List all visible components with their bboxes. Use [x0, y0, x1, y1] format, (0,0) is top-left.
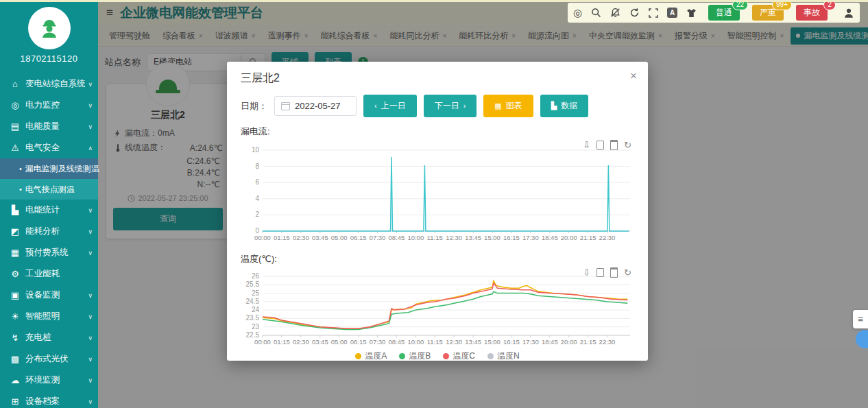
svg-text:8: 8: [255, 163, 259, 170]
svg-text:20:00: 20:00: [561, 338, 577, 346]
electrical-safety-icon: ⚠: [10, 143, 21, 153]
sidebar-item-设备监测[interactable]: ▣设备监测∨: [0, 285, 98, 306]
device-archive-icon: ⊞: [10, 396, 21, 407]
svg-text:4: 4: [255, 195, 259, 202]
chevron-down-icon: ∨: [88, 207, 93, 214]
alarm-badge-严重[interactable]: 严重99+: [752, 5, 784, 21]
user-avatar[interactable]: [28, 7, 71, 49]
chevron-down-icon: ∨: [88, 81, 93, 88]
sidebar-item-label: 能耗分析: [25, 226, 85, 237]
data-view-button[interactable]: ▙ 数据: [540, 95, 588, 117]
notifications-muted-icon[interactable]: [610, 8, 620, 18]
legend-dot-icon: [487, 353, 494, 359]
legend-item-温度A[interactable]: 温度A: [355, 350, 387, 362]
svg-text:6: 6: [255, 178, 259, 186]
sidebar-item-电能统计[interactable]: ▙电能统计∨: [0, 200, 98, 221]
svg-text:10: 10: [252, 146, 260, 154]
chevron-down-icon: ∨: [88, 377, 93, 384]
download-icon[interactable]: ⇩: [583, 268, 590, 277]
list-icon: ≡: [858, 314, 863, 324]
sidebar-item-工业能耗[interactable]: ⚙工业能耗: [0, 263, 98, 285]
next-day-button[interactable]: 下一日 ›: [424, 95, 477, 117]
data-zoom-icon[interactable]: [596, 141, 604, 149]
legend-label: 温度B: [409, 350, 431, 362]
legend-item-温度C[interactable]: 温度C: [443, 350, 475, 362]
zoom-reset-icon[interactable]: [610, 140, 618, 150]
chevron-right-icon: ›: [463, 102, 466, 110]
engineer-avatar-icon: [37, 16, 62, 40]
svg-text:15:00: 15:00: [484, 338, 501, 346]
sidebar-item-电能质量[interactable]: ▤电能质量∨: [0, 116, 98, 137]
theme-icon[interactable]: [686, 8, 697, 18]
sidebar-subitem-漏电监测及线缆测温[interactable]: •漏电监测及线缆测温: [0, 158, 98, 179]
legend-label: 温度C: [453, 350, 475, 362]
svg-text:26: 26: [252, 272, 260, 280]
sidebar-item-电气安全[interactable]: ⚠电气安全∧: [0, 137, 98, 158]
sidebar-item-变电站综自系统[interactable]: ⌂变电站综自系统∨: [0, 73, 98, 95]
smart-lighting-icon: ☀: [10, 311, 21, 322]
fullscreen-icon[interactable]: [649, 8, 658, 18]
sidebar-item-充电桩[interactable]: ↯充电桩∨: [0, 327, 98, 348]
bullet-icon: •: [19, 165, 22, 173]
chart-view-button[interactable]: ▦ 图表: [483, 95, 533, 117]
sidebar-subitem-电气接点测温[interactable]: •电气接点测温: [0, 179, 98, 200]
device-monitor-icon: ▣: [10, 290, 21, 300]
alarm-badge-事故[interactable]: 事故2: [796, 5, 828, 21]
svg-text:03:45: 03:45: [312, 338, 328, 346]
svg-text:16:15: 16:15: [503, 338, 520, 346]
translate-icon[interactable]: A: [667, 8, 677, 18]
sidebar-item-环境监测[interactable]: ☁环境监测∨: [0, 370, 98, 391]
refresh-icon[interactable]: [629, 8, 640, 18]
energy-analysis-icon: ◩: [10, 226, 21, 237]
sidebar-item-电力监控[interactable]: ◎电力监控∨: [0, 95, 98, 116]
svg-text:16:15: 16:15: [503, 234, 520, 241]
legend-item-温度B[interactable]: 温度B: [399, 350, 431, 362]
sidebar-item-预付费系统[interactable]: ▦预付费系统∨: [0, 242, 98, 263]
sidebar-item-label: 环境监测: [25, 374, 85, 386]
svg-text:17:30: 17:30: [522, 234, 539, 241]
top-accent-strip: [0, 0, 868, 2]
substation-icon: ⌂: [10, 79, 21, 89]
svg-text:02:30: 02:30: [293, 234, 309, 241]
chart-icon: ▦: [494, 102, 501, 110]
sidebar-item-设备档案[interactable]: ⊞设备档案∨: [0, 391, 98, 408]
sidebar-item-label: 电力监控: [25, 99, 85, 111]
float-panel-toggle[interactable]: ≡: [853, 310, 868, 328]
modal-controls: 日期： 2022-05-27 ‹ 上一日 下一日 › ▦ 图表 ▙ 数据: [241, 95, 634, 117]
prev-day-button[interactable]: ‹ 上一日: [363, 95, 417, 117]
svg-text:11:15: 11:15: [427, 338, 443, 346]
svg-text:13:45: 13:45: [465, 338, 481, 346]
alarm-badge-普通[interactable]: 普通22: [708, 5, 740, 21]
env-monitor-icon: ☁: [10, 375, 21, 385]
svg-text:00:00: 00:00: [254, 338, 271, 346]
sidebar-item-能耗分析[interactable]: ◩能耗分析∨: [0, 221, 98, 242]
zoom-reset-icon[interactable]: [610, 267, 618, 278]
date-picker[interactable]: 2022-05-27: [274, 96, 357, 116]
leakage-current-chart: 024681000:0001:1502:3003:4505:0006:1507:…: [241, 139, 634, 242]
restore-icon[interactable]: ↻: [624, 141, 631, 149]
chevron-down-icon: ∨: [88, 228, 93, 235]
svg-text:18:45: 18:45: [542, 234, 558, 241]
sidebar-item-智能照明[interactable]: ☀智能照明∨: [0, 306, 98, 327]
svg-text:24.5: 24.5: [246, 298, 260, 305]
legend-dot-icon: [399, 353, 405, 359]
svg-text:12:30: 12:30: [446, 338, 462, 346]
sidebar-menu: ⌂变电站综自系统∨◎电力监控∨▤电能质量∨⚠电气安全∧•漏电监测及线缆测温•电气…: [0, 73, 98, 408]
data-zoom-icon[interactable]: [596, 268, 604, 277]
close-icon[interactable]: ×: [630, 70, 637, 82]
sidebar: 18702115120 ⌂变电站综自系统∨◎电力监控∨▤电能质量∨⚠电气安全∧•…: [0, 0, 98, 408]
user-icon[interactable]: [843, 8, 854, 19]
download-icon[interactable]: ⇩: [583, 141, 590, 149]
svg-text:05:00: 05:00: [331, 234, 348, 241]
temperature-section-label: 温度(℃):: [241, 253, 634, 265]
sidebar-item-label: 智能照明: [25, 311, 85, 322]
bars-icon: ▙: [551, 102, 557, 110]
restore-icon[interactable]: ↻: [624, 268, 631, 277]
sidebar-item-label: 工业能耗: [25, 268, 93, 280]
target-icon[interactable]: ◎: [573, 8, 582, 18]
modal-title: 三层北2: [241, 71, 634, 86]
search-icon[interactable]: [591, 8, 601, 18]
user-phone: 18702115120: [0, 53, 98, 64]
legend-item-温度N[interactable]: 温度N: [487, 350, 520, 362]
sidebar-item-分布式光伏[interactable]: ▩分布式光伏∨: [0, 348, 98, 370]
